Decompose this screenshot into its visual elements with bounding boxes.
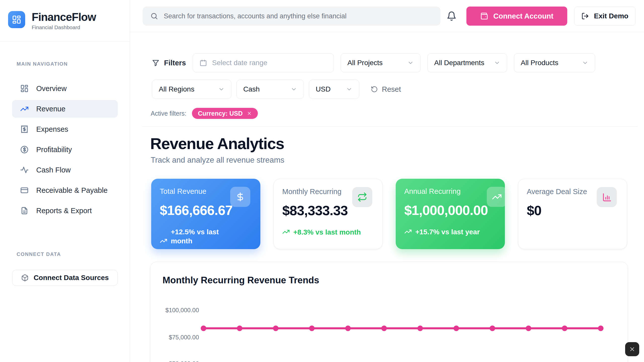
data-point[interactable]: [381, 326, 387, 331]
close-icon: [629, 346, 635, 352]
app-subtitle: Financial Dashboard: [32, 24, 96, 30]
trending-up-icon: [282, 228, 290, 236]
sidebar-item-profitability[interactable]: Profitability: [12, 141, 118, 158]
kpi-cards: Total Revenue $166,666.67 +12.5% vs last…: [151, 179, 627, 249]
data-point[interactable]: [273, 326, 278, 331]
remove-filter-icon[interactable]: [247, 111, 252, 116]
kpi-trend: +15.7% vs last year: [404, 228, 496, 237]
chevron-down-icon: [407, 60, 414, 66]
search-bar[interactable]: [143, 7, 440, 26]
connect-data-heading: CONNECT DATA: [17, 251, 61, 257]
bar-chart-icon: [597, 187, 617, 207]
receipt-icon: [20, 125, 29, 133]
sidebar-item-revenue[interactable]: Revenue: [12, 100, 118, 118]
app-title: FinanceFlow: [32, 11, 96, 23]
main-navigation: Overview Revenue Expenses Profitability …: [12, 80, 118, 219]
sidebar-item-overview[interactable]: Overview: [12, 80, 118, 97]
financeflow-dashboard: FinanceFlow Financial Dashboard MAIN NAV…: [0, 0, 644, 362]
sidebar-item-label: Profitability: [36, 146, 72, 154]
layout-dashboard-icon: [20, 84, 29, 93]
trending-up-icon: [487, 187, 505, 207]
activity-icon: [20, 166, 29, 174]
date-range-picker[interactable]: [193, 53, 334, 72]
kpi-trend: +12.5% vs last month: [160, 228, 252, 246]
kpi-trend: +8.3% vs last month: [282, 228, 374, 237]
filters-row-1: Filters All Projects All Departments All…: [152, 53, 595, 72]
rotate-ccw-icon: [371, 86, 378, 93]
file-text-icon: [20, 206, 29, 215]
sidebar-item-label: Receivable & Payable: [36, 186, 108, 195]
chevron-down-icon: [494, 60, 500, 66]
topbar: Connect Account Exit Demo: [130, 0, 644, 32]
sidebar-item-label: Reports & Export: [36, 207, 92, 215]
payment-method-dropdown[interactable]: Cash: [236, 80, 304, 99]
app-logo-icon: [8, 11, 25, 28]
log-out-icon: [581, 12, 589, 20]
chevron-down-icon: [291, 86, 297, 93]
data-point[interactable]: [309, 326, 315, 331]
calendar-icon: [199, 59, 207, 67]
connect-account-button[interactable]: Connect Account: [466, 7, 567, 26]
departments-dropdown[interactable]: All Departments: [427, 53, 507, 72]
search-input[interactable]: [164, 12, 433, 20]
date-range-input[interactable]: [212, 59, 327, 67]
active-filters-row: Active filters: Currency: USD: [151, 108, 258, 119]
exit-demo-button[interactable]: Exit Demo: [574, 7, 636, 26]
sidebar-item-label: Revenue: [36, 105, 65, 113]
sidebar-header-divider: [0, 41, 130, 42]
funnel-icon: [152, 59, 159, 67]
nav-section-heading: MAIN NAVIGATION: [17, 61, 68, 67]
data-point[interactable]: [417, 326, 423, 331]
products-dropdown[interactable]: All Products: [514, 53, 595, 72]
active-filters-label: Active filters:: [151, 110, 186, 117]
filters-row-2: All Regions Cash USD Reset: [152, 80, 401, 99]
data-point[interactable]: [526, 326, 531, 331]
trending-up-icon: [160, 237, 167, 245]
data-point[interactable]: [237, 326, 243, 331]
data-point[interactable]: [454, 326, 459, 331]
sidebar-item-label: Expenses: [36, 125, 68, 133]
data-point[interactable]: [562, 326, 567, 331]
notifications-button[interactable]: [447, 11, 458, 22]
package-icon: [21, 274, 29, 282]
active-filter-chip[interactable]: Currency: USD: [192, 108, 258, 119]
repeat-icon: [352, 187, 372, 207]
sidebar-item-receivable-payable[interactable]: Receivable & Payable: [12, 182, 118, 199]
kpi-card-monthly-recurring: Monthly Recurring $83,333.33 +8.3% vs la…: [273, 179, 383, 249]
data-point[interactable]: [490, 326, 495, 331]
dollar-sign-icon: [230, 187, 250, 207]
bell-icon: [447, 11, 457, 21]
trending-up-icon: [20, 105, 29, 113]
chevron-down-icon: [218, 86, 225, 93]
kpi-label: Annual Recurring: [404, 187, 496, 196]
chevron-down-icon: [346, 86, 352, 93]
brand: FinanceFlow Financial Dashboard: [8, 11, 96, 30]
circle-dollar-icon: [20, 145, 29, 154]
sidebar-item-label: Overview: [36, 84, 67, 93]
main-content: Filters All Projects All Departments All…: [130, 32, 644, 362]
projects-dropdown[interactable]: All Projects: [341, 53, 421, 72]
sidebar-item-label: Cash Flow: [36, 166, 71, 174]
filters-label: Filters: [152, 59, 186, 67]
data-point[interactable]: [345, 326, 351, 331]
kpi-card-annual-recurring: Annual Recurring $1,000,000.00 +15.7% vs…: [396, 179, 505, 249]
close-overlay-button[interactable]: [625, 342, 639, 356]
sidebar-item-reports-export[interactable]: Reports & Export: [12, 202, 118, 219]
currency-dropdown[interactable]: USD: [309, 80, 359, 99]
sidebar-item-cash-flow[interactable]: Cash Flow: [12, 161, 118, 179]
trending-up-icon: [404, 228, 412, 235]
kpi-card-average-deal-size: Average Deal Size $0: [518, 179, 627, 249]
data-point[interactable]: [598, 326, 603, 331]
chevron-down-icon: [582, 60, 588, 66]
search-icon: [150, 12, 158, 20]
kpi-value: $1,000,000.00: [404, 202, 496, 218]
regions-dropdown[interactable]: All Regions: [152, 80, 231, 99]
data-point[interactable]: [201, 326, 206, 331]
sidebar: FinanceFlow Financial Dashboard MAIN NAV…: [0, 0, 130, 362]
sidebar-item-expenses[interactable]: Expenses: [12, 120, 118, 138]
section-divider: [142, 126, 638, 127]
kpi-card-total-revenue: Total Revenue $166,666.67 +12.5% vs last…: [151, 179, 260, 249]
mrr-line-chart: [150, 262, 628, 362]
reset-filters-button[interactable]: Reset: [371, 85, 401, 94]
connect-data-sources-button[interactable]: Connect Data Sources: [12, 270, 118, 286]
